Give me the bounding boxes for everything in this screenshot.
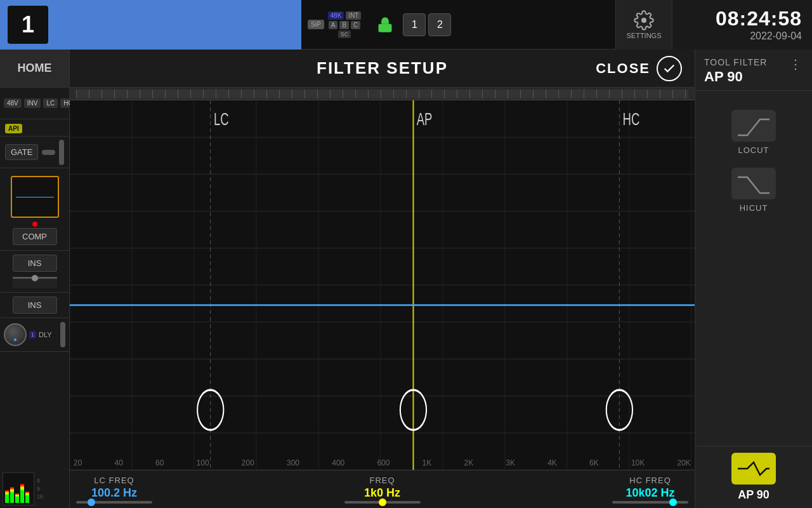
channel-controls: 48V INV LC HC — [0, 88, 69, 119]
lc-freq-label: LC FREQ — [94, 476, 134, 485]
freq-6k: 6K — [589, 458, 599, 467]
hc-freq-group: HC FREQ 10k02 Hz — [612, 476, 688, 504]
chart-area[interactable]: LC AP HC 20 40 60 100 200 300 400 — [70, 100, 695, 470]
settings-button[interactable]: SETTINGS — [615, 0, 672, 50]
freq-40: 40 — [115, 458, 123, 467]
lc-freq-slider[interactable] — [76, 501, 152, 504]
freq-bottom-bar: LC FREQ 100.2 Hz FREQ 1k0 Hz HC FREQ 10k… — [70, 470, 695, 508]
ap90-icon-svg — [735, 456, 773, 481]
freq-300: 300 — [287, 458, 299, 467]
settings-label: SETTINGS — [626, 32, 661, 39]
ch-c-badge: C — [351, 21, 360, 29]
gate-button[interactable]: GATE — [5, 144, 38, 160]
gate-fader[interactable] — [42, 150, 55, 155]
comp-button[interactable]: COMP — [13, 228, 57, 245]
freq-60: 60 — [155, 458, 164, 467]
freq-400: 400 — [332, 458, 344, 467]
close-circle-icon — [657, 56, 682, 81]
tool-filter-name: AP 90 — [704, 69, 767, 85]
rate-block: 48K INT A B C SC — [328, 11, 362, 38]
ap-freq-value: 1k0 Hz — [364, 486, 400, 500]
hicut-option[interactable]: HICUT — [731, 168, 776, 213]
meter-bar-4 — [20, 484, 24, 503]
hc-freq-label: HC FREQ — [629, 476, 671, 485]
home-button[interactable]: HOME — [0, 50, 69, 88]
inv-button[interactable]: INV — [24, 98, 41, 108]
datetime-block: 08:24:58 2022-09-04 — [672, 0, 812, 50]
lc-button[interactable]: LC — [43, 98, 58, 108]
ap-freq-slider[interactable] — [344, 501, 421, 504]
main-area: HOME 48V INV LC HC API GATE COMP INS — [0, 50, 812, 508]
right-panel: TOOL FILTER AP 90 ⋮ LOCUT — [695, 50, 812, 508]
channel-number: 1 — [8, 6, 48, 44]
48v-button[interactable]: 48V — [4, 98, 22, 108]
ch-a-badge: A — [329, 21, 338, 29]
eq-line — [16, 197, 54, 197]
dly-badge: 1 — [29, 331, 36, 338]
freq-axis: 20 40 60 100 200 300 400 600 1K 2K 3K 4K… — [70, 458, 695, 467]
lock-svg — [376, 16, 394, 34]
meter-bar-3 — [15, 493, 19, 503]
hc-freq-slider[interactable] — [612, 501, 688, 504]
locut-icon-box — [731, 110, 776, 142]
api-button[interactable]: API — [5, 124, 22, 133]
hc-freq-value: 10k02 Hz — [625, 486, 674, 500]
left-sidebar: HOME 48V INV LC HC API GATE COMP INS — [0, 50, 70, 508]
tool-filter-label: TOOL FILTER — [704, 57, 767, 67]
filter-header: FILTER SETUP CLOSE — [70, 50, 695, 88]
freq-20k: 20K — [677, 458, 690, 467]
top-bar: 1 SiP 48K INT A B C SC 1 2 — [0, 0, 812, 50]
locut-icon-svg — [735, 113, 773, 138]
bottom-strip: 8 9 16 — [0, 470, 69, 508]
mode-badge: INT — [346, 11, 361, 20]
checkmark-icon — [662, 62, 676, 76]
filter-chart-svg: LC AP HC — [70, 100, 695, 470]
api-row: API — [0, 119, 69, 137]
svg-text:LC: LC — [214, 109, 229, 129]
ap90-icon-box — [731, 453, 776, 485]
sip-section: SiP 48K INT A B C SC — [301, 11, 367, 38]
ch-b-badge: B — [339, 21, 349, 29]
dly-knob[interactable] — [4, 323, 27, 346]
sc-badge: SC — [338, 30, 351, 38]
dots-menu-button[interactable]: ⋮ — [787, 57, 803, 71]
lc-freq-group: LC FREQ 100.2 Hz — [76, 476, 152, 504]
freq-100: 100 — [197, 458, 209, 467]
svg-text:AP: AP — [417, 109, 433, 129]
eq-display[interactable] — [11, 176, 59, 218]
ap-freq-thumb — [379, 498, 386, 506]
hicut-icon-box — [731, 168, 776, 199]
freq-20: 20 — [74, 458, 82, 467]
filter-title: FILTER SETUP — [317, 58, 448, 78]
freq-2k: 2K — [464, 458, 473, 467]
dly-label: DLY — [39, 331, 52, 338]
freq-200: 200 — [242, 458, 254, 467]
eq-section: COMP — [0, 168, 69, 251]
freq-600: 600 — [377, 458, 390, 467]
track-1-button[interactable]: 1 — [403, 13, 426, 36]
filter-options: LOCUT HICUT — [695, 91, 812, 446]
locut-option[interactable]: LOCUT — [731, 110, 776, 155]
svg-point-1 — [641, 18, 646, 23]
track-2-button[interactable]: 2 — [428, 13, 451, 36]
freq-3k: 3K — [506, 458, 515, 467]
gear-icon — [634, 10, 654, 30]
hc-freq-thumb — [669, 498, 677, 506]
knob-indicator — [14, 338, 16, 341]
ins2-button[interactable]: INS — [13, 297, 57, 314]
time-display: 08:24:58 — [716, 7, 802, 30]
ap90-option[interactable]: AP 90 — [695, 446, 812, 508]
lock-icon[interactable] — [372, 9, 398, 41]
gate-vfader[interactable] — [59, 140, 64, 165]
level-meter — [3, 472, 34, 505]
ins1-button[interactable]: INS — [13, 255, 57, 272]
dly-vfader[interactable] — [60, 322, 65, 347]
ap90-label: AP 90 — [738, 488, 769, 502]
svg-rect-0 — [379, 23, 392, 32]
tool-filter-info: TOOL FILTER AP 90 — [704, 57, 767, 85]
ins2-section: INS — [0, 293, 69, 318]
track-buttons: 1 2 — [403, 13, 451, 36]
channel-block: 1 — [0, 0, 301, 50]
close-button[interactable]: CLOSE — [596, 56, 682, 81]
ap-freq-label: FREQ — [369, 476, 395, 485]
